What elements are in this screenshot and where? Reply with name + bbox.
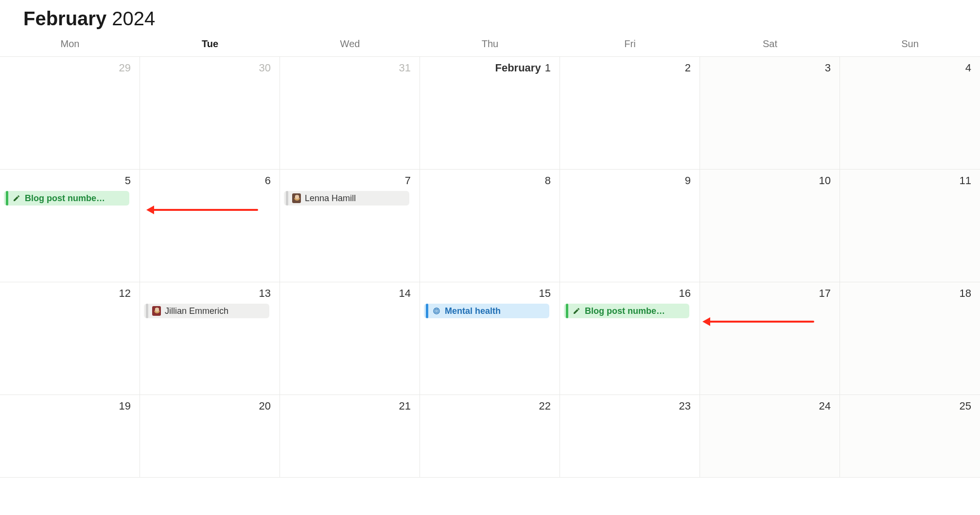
event-color-bar [426, 304, 428, 318]
day-cell[interactable]: 7Lenna Hamill [280, 170, 420, 282]
event-color-bar [6, 191, 8, 206]
day-number: 21 [399, 400, 411, 412]
day-cell[interactable]: 8 [420, 170, 560, 282]
day-number: 29 [119, 62, 131, 74]
calendar-event[interactable]: Blog post numbe… [564, 304, 689, 318]
day-number-row: 3 [704, 60, 836, 78]
day-number-row: 17 [704, 285, 836, 304]
week-row: 293031February 1234 [0, 57, 980, 170]
day-cell[interactable]: 24 [700, 395, 840, 477]
event-label: Blog post numbe… [25, 193, 105, 204]
day-cell[interactable]: 21 [280, 395, 420, 477]
day-number: 30 [259, 62, 271, 74]
day-cell[interactable]: 29 [0, 57, 140, 169]
day-number: 20 [259, 400, 271, 412]
day-number-row: 21 [284, 398, 416, 416]
day-cell[interactable]: 15Mental health [420, 282, 560, 395]
day-number-row: 23 [564, 398, 696, 416]
day-number: 5 [125, 174, 131, 187]
day-number: 2 [685, 62, 691, 74]
day-number-row: 24 [704, 398, 836, 416]
day-number-row: 8 [424, 172, 556, 191]
day-number-row: 19 [4, 398, 136, 416]
day-number-row: 22 [424, 398, 556, 416]
day-cell[interactable]: 25 [840, 395, 980, 477]
day-number-row: 10 [704, 172, 836, 191]
day-cell[interactable]: 10 [700, 170, 840, 282]
day-cell[interactable]: 23 [560, 395, 700, 477]
day-number-row: 11 [844, 172, 976, 191]
svg-point-2 [436, 310, 437, 311]
day-cell[interactable]: 16Blog post numbe… [560, 282, 700, 395]
day-number-row: 18 [844, 285, 976, 304]
day-number: 25 [960, 400, 971, 412]
day-number-row: 5 [4, 172, 136, 191]
day-cell[interactable]: 17 [700, 282, 840, 395]
day-cell[interactable]: 3 [700, 57, 840, 169]
day-cell[interactable]: 19 [0, 395, 140, 477]
day-number: 8 [545, 174, 551, 187]
avatar-icon [292, 194, 301, 203]
dow-fri: Fri [560, 35, 700, 56]
day-cell[interactable]: 20 [140, 395, 280, 477]
day-cell[interactable]: 18 [840, 282, 980, 395]
day-number-row: 15 [424, 285, 556, 304]
day-number-row: 20 [144, 398, 276, 416]
day-number: 24 [819, 400, 831, 412]
dow-tue: Tue [140, 35, 280, 56]
day-number: 7 [405, 174, 411, 187]
calendar-event[interactable]: Lenna Hamill [284, 191, 409, 206]
event-color-bar [146, 304, 148, 318]
day-number-row: February 1 [424, 60, 556, 78]
day-cell[interactable]: 30 [140, 57, 280, 169]
day-cell[interactable]: 6 [140, 170, 280, 282]
day-number: 13 [259, 287, 271, 299]
pencil-icon [12, 194, 21, 203]
day-cell[interactable]: 31 [280, 57, 420, 169]
calendar-event[interactable]: Blog post numbe… [4, 191, 129, 206]
day-cell[interactable]: 13Jillian Emmerich [140, 282, 280, 395]
event-label: Lenna Hamill [305, 193, 356, 204]
day-number: 17 [819, 287, 831, 299]
day-number: 15 [539, 287, 551, 299]
dow-sat: Sat [700, 35, 840, 56]
day-number-row: 13 [144, 285, 276, 304]
day-cell[interactable]: 11 [840, 170, 980, 282]
day-cell[interactable]: 5Blog post numbe… [0, 170, 140, 282]
day-cell[interactable]: February 1 [420, 57, 560, 169]
day-number: 11 [960, 174, 971, 187]
day-number: 18 [960, 287, 971, 299]
month-title: February 2024 [0, 8, 980, 35]
dow-sun: Sun [840, 35, 980, 56]
weeks-grid: 293031February 12345Blog post numbe…67Le… [0, 57, 980, 478]
day-cell[interactable]: 12 [0, 282, 140, 395]
day-number: 3 [825, 62, 831, 74]
day-number: February 1 [495, 62, 551, 74]
calendar-event[interactable]: Mental health [424, 304, 549, 318]
day-number-row: 31 [284, 60, 416, 78]
day-number: 10 [819, 174, 831, 187]
events-list: Jillian Emmerich [144, 304, 276, 318]
event-label: Mental health [445, 306, 501, 316]
event-color-bar [566, 304, 568, 318]
day-cell[interactable]: 14 [280, 282, 420, 395]
month-inline-label: February [495, 62, 543, 74]
events-list: Mental health [424, 304, 556, 318]
day-of-week-header: MonTueWedThuFriSatSun [0, 35, 980, 57]
day-number: 22 [539, 400, 551, 412]
day-number: 19 [119, 400, 131, 412]
day-number-row: 29 [4, 60, 136, 78]
event-label: Jillian Emmerich [165, 306, 228, 316]
dow-thu: Thu [420, 35, 560, 56]
day-number: 12 [119, 287, 131, 299]
day-cell[interactable]: 22 [420, 395, 560, 477]
day-number-row: 25 [844, 398, 976, 416]
day-number-row: 4 [844, 60, 976, 78]
event-label: Blog post numbe… [585, 306, 665, 316]
day-cell[interactable]: 4 [840, 57, 980, 169]
calendar-event[interactable]: Jillian Emmerich [144, 304, 269, 318]
event-color-bar [286, 191, 288, 206]
day-cell[interactable]: 2 [560, 57, 700, 169]
day-cell[interactable]: 9 [560, 170, 700, 282]
day-number-row: 9 [564, 172, 696, 191]
